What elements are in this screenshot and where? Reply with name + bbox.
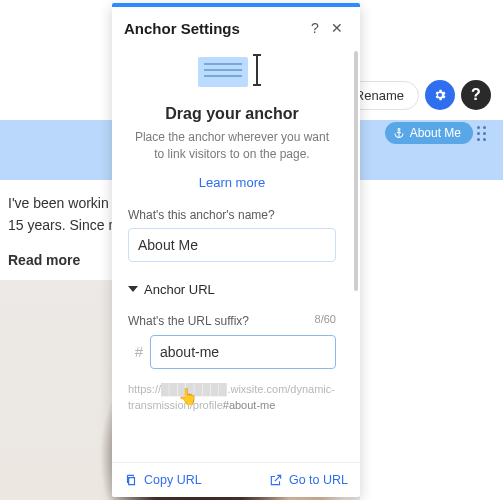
read-more-link[interactable]: Read more [8, 249, 120, 271]
question-icon: ? [471, 86, 481, 104]
anchor-name-input[interactable] [128, 228, 336, 262]
hash-icon: # [128, 343, 150, 360]
settings-button[interactable] [425, 80, 455, 110]
anchor-chip-label: About Me [410, 126, 461, 140]
chevron-down-icon [128, 286, 138, 292]
anchor-url-toggle[interactable]: Anchor URL [128, 282, 336, 297]
panel-body: Drag your anchor Place the anchor wherev… [112, 47, 360, 462]
go-to-url-button[interactable]: Go to URL [269, 473, 348, 487]
url-suffix-label: What's the URL suffix? [128, 314, 249, 328]
url-hash: #about-me [223, 399, 276, 411]
learn-more-link[interactable]: Learn more [128, 175, 336, 190]
panel-close-button[interactable]: ✕ [326, 17, 348, 39]
help-button[interactable]: ? [461, 80, 491, 110]
anchor-name-label: What's this anchor's name? [128, 208, 336, 222]
panel-header: Anchor Settings ? ✕ [112, 7, 360, 47]
anchor-settings-panel: Anchor Settings ? ✕ Drag your anchor Pla… [112, 3, 360, 497]
url-suffix-input[interactable] [150, 335, 336, 369]
external-link-icon [269, 473, 283, 487]
panel-help-button[interactable]: ? [304, 17, 326, 39]
scrollbar-thumb[interactable] [354, 51, 358, 291]
anchor-chip[interactable]: About Me [385, 122, 473, 144]
url-scheme: https:// [128, 383, 161, 395]
copy-url-label: Copy URL [144, 473, 202, 487]
drag-handle[interactable] [477, 126, 489, 142]
panel-footer: Copy URL Go to URL [112, 462, 360, 497]
copy-icon [124, 473, 138, 487]
copy-url-button[interactable]: Copy URL [124, 473, 202, 487]
panel-title: Anchor Settings [124, 20, 304, 37]
section-subtext: Place the anchor wherever you want to li… [128, 129, 336, 163]
gear-icon [433, 88, 447, 102]
url-blurred-user: ████████ [161, 383, 227, 395]
full-url-preview: https://████████.wixsite.com/dynamic-tra… [128, 381, 336, 414]
paragraph-line: I've been workin [8, 192, 120, 214]
anchor-icon [393, 127, 405, 139]
paragraph-line: 15 years. Since m [8, 214, 120, 236]
drag-illustration [192, 47, 272, 91]
element-toolbar: Rename ? [340, 80, 491, 110]
section-heading: Drag your anchor [128, 105, 336, 123]
anchor-url-section-label: Anchor URL [144, 282, 215, 297]
go-to-url-label: Go to URL [289, 473, 348, 487]
url-suffix-counter: 8/60 [315, 313, 336, 325]
page-body-text: I've been workin 15 years. Since m Read … [8, 192, 120, 271]
